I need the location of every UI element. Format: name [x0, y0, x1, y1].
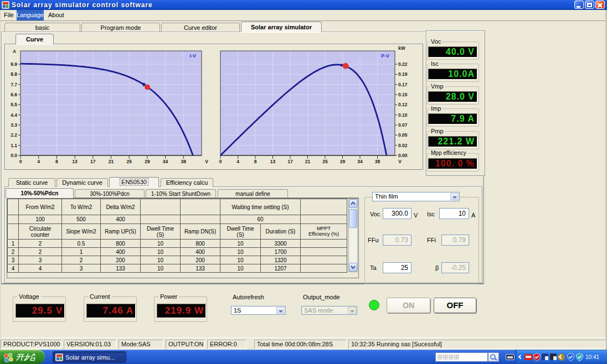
svg-text:29: 29 — [145, 159, 150, 164]
svg-text:38: 38 — [181, 159, 187, 164]
svg-text:3.3: 3.3 — [11, 122, 17, 128]
svg-text:0.07: 0.07 — [398, 122, 408, 128]
svg-text:0.17: 0.17 — [398, 82, 408, 87]
svg-text:13: 13 — [270, 159, 276, 164]
svg-text:V: V — [205, 159, 208, 164]
svg-text:0.12: 0.12 — [398, 102, 408, 107]
svg-text:0.19: 0.19 — [398, 71, 408, 77]
svg-text:38: 38 — [375, 159, 380, 164]
svg-text:8.8: 8.8 — [11, 71, 17, 77]
svg-text:13: 13 — [72, 159, 78, 164]
svg-text:P-V: P-V — [381, 53, 389, 59]
svg-text:9.9: 9.9 — [11, 61, 17, 67]
svg-text:17: 17 — [287, 159, 293, 164]
svg-text:6.6: 6.6 — [11, 92, 17, 97]
svg-text:0.00: 0.00 — [398, 153, 408, 158]
svg-text:0.02: 0.02 — [398, 143, 408, 148]
svg-text:A: A — [13, 49, 16, 54]
svg-text:21: 21 — [305, 159, 311, 164]
svg-text:8: 8 — [55, 159, 58, 164]
svg-text:2.2: 2.2 — [11, 132, 17, 138]
svg-text:0.10: 0.10 — [398, 112, 408, 118]
svg-text:17: 17 — [90, 159, 96, 164]
svg-text:7.7: 7.7 — [11, 82, 17, 87]
svg-text:21: 21 — [109, 159, 114, 164]
svg-text:25: 25 — [322, 159, 328, 164]
svg-text:0: 0 — [219, 159, 222, 164]
svg-text:0.0: 0.0 — [11, 153, 17, 158]
svg-text:0.15: 0.15 — [398, 92, 408, 97]
svg-text:kW: kW — [398, 45, 406, 51]
svg-text:1.1: 1.1 — [11, 143, 17, 148]
svg-text:5.5: 5.5 — [11, 102, 17, 107]
svg-text:0.22: 0.22 — [398, 61, 408, 67]
svg-text:0: 0 — [19, 159, 22, 164]
svg-text:I-V: I-V — [189, 53, 196, 59]
svg-text:8: 8 — [254, 159, 257, 164]
svg-text:4: 4 — [37, 159, 40, 164]
svg-text:4.4: 4.4 — [11, 112, 17, 118]
svg-text:29: 29 — [340, 159, 346, 164]
svg-text:V: V — [398, 159, 402, 164]
svg-text:34: 34 — [163, 159, 168, 164]
svg-text:34: 34 — [357, 159, 363, 164]
svg-text:25: 25 — [126, 159, 132, 164]
svg-text:4: 4 — [236, 159, 239, 164]
svg-text:0.05: 0.05 — [398, 132, 408, 138]
